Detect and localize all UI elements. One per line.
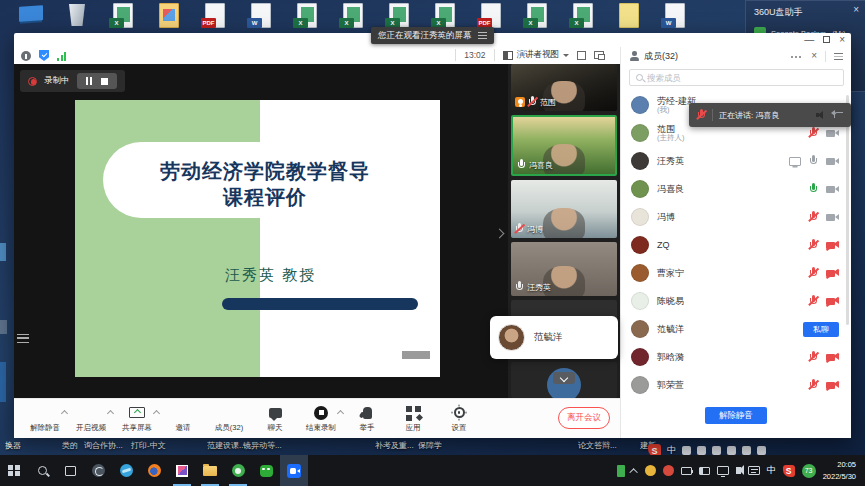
toolbox-icon[interactable] — [757, 446, 766, 455]
unmute-button[interactable]: 解除静音 — [705, 407, 767, 424]
chevron-up-icon[interactable] — [153, 409, 160, 416]
360-safe-icon[interactable] — [84, 455, 112, 486]
mic-status-icon[interactable] — [809, 155, 818, 167]
meeting-info-icon[interactable] — [21, 51, 31, 61]
mic-status-icon[interactable] — [809, 239, 818, 251]
desktop-file-label[interactable]: 保障学 — [418, 440, 442, 451]
toast-menu-icon[interactable] — [478, 32, 487, 39]
close-icon[interactable]: × — [839, 34, 845, 45]
participant-video-tile[interactable]: 范围 — [511, 64, 617, 111]
more-options-icon[interactable] — [791, 55, 803, 58]
desktop-file-icon[interactable]: PDF — [476, 2, 506, 30]
member-row[interactable]: 郭荣萱 — [621, 371, 851, 399]
camera-status-icon[interactable] — [826, 269, 839, 278]
toolbar-button[interactable]: 解除静音 — [22, 405, 68, 433]
member-row[interactable]: 汪秀英 — [621, 147, 851, 175]
coin-app-icon[interactable] — [645, 465, 656, 476]
popout-icon[interactable] — [594, 51, 604, 59]
speaker-icon[interactable] — [816, 110, 826, 120]
member-row[interactable]: 郭晗漪 — [621, 343, 851, 371]
sogou-tray-icon[interactable]: S — [783, 465, 795, 477]
desktop-file-icon[interactable] — [154, 2, 184, 30]
punctuation-icon[interactable] — [682, 446, 691, 455]
toolbar-button[interactable]: 设置 — [436, 405, 482, 433]
file-explorer-icon[interactable] — [196, 455, 224, 486]
collapse-chevron-button[interactable] — [553, 372, 575, 384]
camera-status-icon[interactable] — [826, 241, 839, 250]
wechat-icon[interactable] — [252, 455, 280, 486]
camera-status-icon[interactable] — [826, 129, 839, 138]
chevron-up-icon[interactable] — [61, 409, 68, 416]
desktop-file-label[interactable]: 打印-中文 — [131, 440, 166, 451]
camera-status-icon[interactable] — [826, 353, 839, 362]
participant-video-tile[interactable]: 冯喜良 — [511, 115, 617, 176]
panel-menu-icon[interactable] — [834, 53, 843, 60]
mic-status-icon[interactable] — [809, 379, 818, 391]
leave-meeting-button[interactable]: 离开会议 — [558, 407, 610, 429]
hidden-icons-chevron[interactable] — [629, 468, 637, 476]
desktop-file-icon[interactable]: PDF — [200, 2, 230, 30]
floating-participant-card[interactable]: 范毓洋 — [490, 316, 618, 359]
desktop-file-icon[interactable] — [614, 2, 644, 30]
desktop-file-label[interactable]: 论文答辩... — [578, 440, 617, 451]
camera-status-icon[interactable] — [826, 185, 839, 194]
internet-explorer-icon[interactable] — [112, 455, 140, 486]
desktop-file-label[interactable]: 补考及重... — [375, 440, 414, 451]
toolbar-button[interactable]: 成员(32) — [206, 405, 252, 433]
desktop-file-icon[interactable]: X — [568, 2, 598, 30]
member-row[interactable]: 曹家宁 — [621, 259, 851, 287]
scrollbar[interactable] — [846, 95, 849, 325]
mic-status-icon[interactable] — [809, 127, 818, 139]
usb-device-icon[interactable] — [699, 467, 710, 475]
reply-arrow-icon[interactable] — [834, 112, 843, 118]
camera-status-icon[interactable] — [826, 213, 839, 222]
member-row[interactable]: ZQ — [621, 231, 851, 259]
search-button[interactable] — [28, 455, 56, 486]
toolbar-button[interactable]: 聊天 — [252, 405, 298, 433]
chevron-up-icon[interactable] — [107, 409, 114, 416]
desktop-file-icon[interactable] — [62, 2, 92, 30]
camera-status-icon[interactable] — [826, 157, 839, 166]
fullscreen-icon[interactable] — [577, 51, 586, 60]
toolbar-button[interactable]: 共享屏幕 — [114, 405, 160, 433]
chevron-up-icon[interactable] — [337, 409, 344, 416]
input-language-tray[interactable]: 中 — [767, 464, 776, 477]
desktop-file-icon[interactable]: X — [338, 2, 368, 30]
pause-recording-icon[interactable] — [86, 77, 92, 85]
desktop-file-icon[interactable]: X — [522, 2, 552, 30]
member-row[interactable]: 范毓洋 私聊 — [621, 315, 851, 343]
start-button[interactable] — [0, 455, 28, 486]
speedup-ball[interactable]: 73 — [802, 464, 816, 478]
camera-status-icon[interactable] — [826, 381, 839, 390]
view-mode-dropdown[interactable]: 演讲者视图 — [503, 49, 570, 61]
desktop-file-label[interactable]: 换器 — [5, 440, 21, 451]
voice-input-icon[interactable] — [712, 446, 721, 455]
private-chat-button[interactable]: 私聊 — [803, 322, 839, 337]
mic-status-icon[interactable] — [809, 295, 818, 307]
camera-status-icon[interactable] — [826, 297, 839, 306]
desktop-file-icon[interactable] — [16, 2, 46, 30]
desktop-file-label[interactable]: 类的 — [62, 440, 78, 451]
usb-safe-icon[interactable] — [617, 465, 625, 477]
member-row[interactable]: 陈晓易 — [621, 287, 851, 315]
notification-icon[interactable] — [748, 466, 760, 475]
battery-icon[interactable] — [681, 467, 692, 475]
security-shield-icon[interactable] — [39, 50, 49, 61]
firefox-icon[interactable] — [140, 455, 168, 486]
toolbar-button[interactable]: 开启视频 — [68, 405, 114, 433]
minimize-icon[interactable]: — — [804, 34, 814, 45]
taskbar-clock[interactable]: 20:05 2022/5/30 — [823, 459, 860, 482]
antivirus-icon[interactable] — [663, 465, 674, 476]
desktop-file-icon[interactable]: X — [108, 2, 138, 30]
desktop-file-icon[interactable]: W — [660, 2, 690, 30]
toolbar-button[interactable]: 结束录制 — [298, 405, 344, 433]
skin-icon[interactable] — [742, 446, 751, 455]
close-icon[interactable]: × — [853, 4, 859, 15]
participant-video-tile[interactable]: 冯博 — [511, 180, 617, 238]
desktop-file-icon[interactable]: X — [430, 2, 460, 30]
search-input[interactable] — [647, 73, 837, 83]
emoji-icon[interactable] — [697, 446, 706, 455]
desktop-file-icon[interactable]: W — [246, 2, 276, 30]
display-icon[interactable] — [717, 466, 729, 475]
toolbar-button[interactable]: 应用 — [390, 405, 436, 433]
